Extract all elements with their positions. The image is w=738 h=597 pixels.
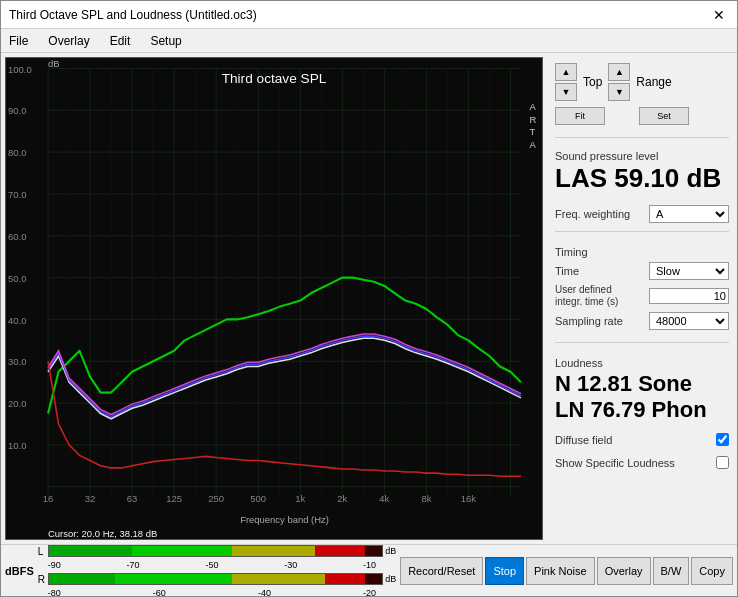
svg-text:20.0: 20.0 xyxy=(8,398,26,409)
dbfs-label: dBFS xyxy=(5,565,34,577)
menu-edit[interactable]: Edit xyxy=(106,32,135,50)
loudness-section: Loudness N 12.81 Sone LN 76.79 Phon xyxy=(555,357,729,424)
tick-minus30: -30 xyxy=(284,560,297,570)
top-control-group: ▲ ▼ xyxy=(555,63,577,101)
tick2-minus80: -80 xyxy=(48,588,61,597)
menu-overlay[interactable]: Overlay xyxy=(44,32,93,50)
action-buttons: Record/Reset Stop Pink Noise Overlay B/W… xyxy=(400,557,733,585)
sampling-rate-select[interactable]: 44100 48000 96000 xyxy=(649,312,729,330)
show-specific-row: Show Specific Loudness xyxy=(555,456,729,469)
svg-text:125: 125 xyxy=(166,493,182,504)
svg-text:A: A xyxy=(529,139,536,150)
ch-left-label: L xyxy=(38,546,46,557)
record-reset-button[interactable]: Record/Reset xyxy=(400,557,483,585)
svg-text:63: 63 xyxy=(127,493,138,504)
fit-button[interactable]: Fit xyxy=(555,107,605,125)
range-label: Range xyxy=(636,75,671,89)
title-bar: Third Octave SPL and Loudness (Untitled.… xyxy=(1,1,737,29)
svg-text:50.0: 50.0 xyxy=(8,273,26,284)
timing-section: Timing Time Fast Slow Impulse User defin… xyxy=(555,246,729,334)
user-defined-label: User definedintegr. time (s) xyxy=(555,284,618,308)
svg-text:30.0: 30.0 xyxy=(8,356,26,367)
svg-text:250: 250 xyxy=(208,493,224,504)
svg-text:60.0: 60.0 xyxy=(8,231,26,242)
bw-button[interactable]: B/W xyxy=(653,557,690,585)
right-db-unit: dB xyxy=(385,574,396,584)
svg-text:A: A xyxy=(529,101,536,112)
sampling-rate-row: Sampling rate 44100 48000 96000 xyxy=(555,312,729,330)
user-defined-row: User definedintegr. time (s) 10 xyxy=(555,284,729,308)
time-row: Time Fast Slow Impulse xyxy=(555,262,729,280)
svg-text:dB: dB xyxy=(48,58,60,69)
copy-button[interactable]: Copy xyxy=(691,557,733,585)
tick-minus50: -50 xyxy=(205,560,218,570)
diffuse-field-checkbox[interactable] xyxy=(716,433,729,446)
top-up-button[interactable]: ▲ xyxy=(555,63,577,81)
freq-weighting-select[interactable]: A C Z xyxy=(649,205,729,223)
spl-section: Sound pressure level LAS 59.10 dB xyxy=(555,150,729,193)
ch-right-label: R xyxy=(38,574,46,585)
main-window: Third Octave SPL and Loudness (Untitled.… xyxy=(0,0,738,597)
bottom-bar: dBFS L dB -90 -70 -50 xyxy=(1,544,737,596)
svg-text:16k: 16k xyxy=(461,493,477,504)
svg-text:90.0: 90.0 xyxy=(8,105,26,116)
chart-area: 100.0 90.0 80.0 70.0 60.0 50.0 40.0 30.0… xyxy=(5,57,543,540)
loudness-section-label: Loudness xyxy=(555,357,729,369)
user-defined-input[interactable]: 10 xyxy=(649,288,729,304)
svg-text:R: R xyxy=(529,114,536,125)
time-label: Time xyxy=(555,265,579,277)
pink-noise-button[interactable]: Pink Noise xyxy=(526,557,595,585)
freq-weighting-row: Freq. weighting A C Z xyxy=(555,205,729,223)
tick2-minus40: -40 xyxy=(258,588,271,597)
sampling-rate-label: Sampling rate xyxy=(555,315,623,327)
chart-svg: 100.0 90.0 80.0 70.0 60.0 50.0 40.0 30.0… xyxy=(6,58,542,539)
svg-text:32: 32 xyxy=(85,493,96,504)
svg-text:4k: 4k xyxy=(379,493,389,504)
svg-text:Frequency band (Hz): Frequency band (Hz) xyxy=(240,514,329,525)
svg-text:T: T xyxy=(529,126,535,137)
loudness-n-value: N 12.81 Sone xyxy=(555,371,729,397)
range-up-button[interactable]: ▲ xyxy=(608,63,630,81)
show-specific-checkbox[interactable] xyxy=(716,456,729,469)
timing-title: Timing xyxy=(555,246,729,258)
svg-text:70.0: 70.0 xyxy=(8,189,26,200)
close-button[interactable]: ✕ xyxy=(709,7,729,23)
range-control-group: ▲ ▼ xyxy=(608,63,630,101)
svg-text:Cursor:  20.0 Hz, 38.18 dB: Cursor: 20.0 Hz, 38.18 dB xyxy=(48,528,157,539)
main-content: 100.0 90.0 80.0 70.0 60.0 50.0 40.0 30.0… xyxy=(1,53,737,544)
svg-text:40.0: 40.0 xyxy=(8,315,26,326)
overlay-button[interactable]: Overlay xyxy=(597,557,651,585)
right-meter-bar xyxy=(48,573,383,585)
svg-text:500: 500 xyxy=(250,493,266,504)
svg-text:2k: 2k xyxy=(337,493,347,504)
window-title: Third Octave SPL and Loudness (Untitled.… xyxy=(9,8,257,22)
left-db-unit: dB xyxy=(385,546,396,556)
range-down-button[interactable]: ▼ xyxy=(608,83,630,101)
menu-bar: File Overlay Edit Setup xyxy=(1,29,737,53)
svg-text:1k: 1k xyxy=(295,493,305,504)
svg-text:100.0: 100.0 xyxy=(8,64,32,75)
menu-file[interactable]: File xyxy=(5,32,32,50)
show-specific-label: Show Specific Loudness xyxy=(555,457,675,469)
tick-minus70: -70 xyxy=(127,560,140,570)
svg-text:80.0: 80.0 xyxy=(8,147,26,158)
spl-section-label: Sound pressure level xyxy=(555,150,729,162)
tick-minus10: -10 xyxy=(363,560,376,570)
left-meter-bar xyxy=(48,545,383,557)
svg-text:10.0: 10.0 xyxy=(8,440,26,451)
diffuse-field-label: Diffuse field xyxy=(555,434,612,446)
right-panel: ▲ ▼ Top ▲ ▼ Range Fit Set Sound pressure… xyxy=(547,53,737,544)
top-down-button[interactable]: ▼ xyxy=(555,83,577,101)
menu-setup[interactable]: Setup xyxy=(146,32,185,50)
set-button[interactable]: Set xyxy=(639,107,689,125)
stop-button[interactable]: Stop xyxy=(485,557,524,585)
diffuse-field-row: Diffuse field xyxy=(555,433,729,446)
svg-text:8k: 8k xyxy=(421,493,431,504)
svg-text:16: 16 xyxy=(43,493,54,504)
svg-text:Third octave SPL: Third octave SPL xyxy=(222,71,327,86)
freq-weighting-label: Freq. weighting xyxy=(555,208,630,220)
svg-rect-0 xyxy=(6,58,542,539)
tick2-minus60: -60 xyxy=(153,588,166,597)
tick2-minus20: -20 xyxy=(363,588,376,597)
time-select[interactable]: Fast Slow Impulse xyxy=(649,262,729,280)
